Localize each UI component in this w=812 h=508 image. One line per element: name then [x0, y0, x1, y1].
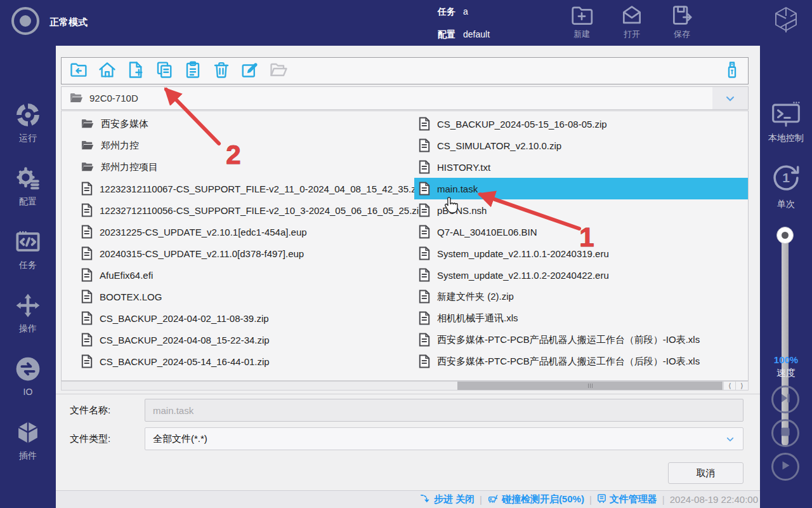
- gear-icon: [15, 183, 41, 194]
- mode-indicator-icon: [11, 7, 39, 35]
- scroll-right-button[interactable]: ⟩: [735, 382, 748, 390]
- folder-back-button[interactable]: [69, 62, 88, 81]
- scrollbar-thumb[interactable]: [457, 382, 723, 390]
- left-sidebar: 运行 配置 任务 操作 IO: [0, 46, 56, 508]
- stop-button[interactable]: [771, 419, 799, 447]
- sidebar-item-label: 配置: [0, 196, 56, 208]
- open-task-button[interactable]: 打开: [614, 3, 650, 43]
- file-list-item[interactable]: 相机机械手通讯.xls: [414, 307, 748, 329]
- file-list-item[interactable]: System_update_v2.11.0.2-20240422.eru: [414, 264, 748, 286]
- collision-status-label: 碰撞检测开启(50%): [502, 493, 584, 505]
- new-file-button[interactable]: [126, 62, 145, 81]
- speed-readout: 100% 速度: [760, 354, 812, 379]
- file-list-item[interactable]: main.task: [414, 178, 748, 199]
- file-list-item[interactable]: 20240315-CS_UPDATE_v2.11.0[d378-f497].eu…: [62, 243, 414, 264]
- sidebar-item-plugin[interactable]: 插件: [0, 419, 56, 462]
- step-icon: [420, 493, 431, 506]
- file-name: HISTORY.txt: [437, 162, 490, 173]
- file-list-item[interactable]: 新建文件夹 (2).zip: [414, 286, 748, 307]
- rename-button[interactable]: [240, 62, 259, 81]
- local-control-label: 本地控制: [760, 133, 812, 144]
- sidebar-item-task[interactable]: 任务: [0, 229, 56, 271]
- file-list-item[interactable]: HISTORY.txt: [414, 156, 748, 178]
- speed-slider-knob[interactable]: [776, 227, 794, 244]
- file-name: CS_BACKUP_2024-05-14_16-44-01.zip: [100, 356, 270, 367]
- folder-icon: [81, 161, 95, 173]
- open-folder-button[interactable]: [269, 62, 288, 81]
- home-button[interactable]: [98, 62, 117, 81]
- file-icon: [418, 160, 431, 174]
- file-name-input[interactable]: [145, 399, 743, 422]
- sidebar-item-io[interactable]: IO: [0, 356, 56, 397]
- speed-slider-track[interactable]: [782, 231, 789, 446]
- file-name: 郑州力控项目: [101, 161, 158, 173]
- file-list-item[interactable]: Q7-AL_30410EL06.BIN: [414, 221, 748, 243]
- folder-icon: [81, 117, 95, 130]
- file-list-item[interactable]: 12232312110067-CS_SUPPORT_FILE-v2_11_0-2…: [62, 178, 414, 199]
- file-type-select[interactable]: 全部文件(*.*): [145, 427, 743, 450]
- file-icon: [81, 354, 93, 368]
- single-cycle-icon: 1: [769, 185, 802, 196]
- file-list-item[interactable]: pBUNS.nsh: [414, 199, 748, 221]
- file-list-item[interactable]: CS_BACKUP_2024-05-14_16-44-01.zip: [62, 351, 414, 372]
- sidebar-item-run[interactable]: 运行: [0, 102, 56, 144]
- single-cycle-label: 单次: [760, 199, 812, 210]
- file-type-label: 文件类型:: [70, 433, 110, 445]
- single-cycle-button[interactable]: 1 单次: [760, 161, 812, 210]
- open-task-icon: [620, 3, 644, 27]
- play-button[interactable]: [771, 453, 799, 481]
- sidebar-item-operate[interactable]: 操作: [0, 292, 56, 335]
- copy-button[interactable]: [155, 62, 174, 81]
- file-list-item[interactable]: CS_SIMULATOR_v2.10.0.zip: [414, 135, 748, 156]
- horizontal-scrollbar[interactable]: ⟨ ⟩: [61, 381, 749, 391]
- sidebar-item-label: 任务: [0, 260, 56, 271]
- file-name: AfuEfix64.efi: [100, 270, 153, 281]
- file-name: CS_BACKUP_2024-05-15_16-08-05.zip: [437, 119, 607, 130]
- top-header: 正常模式 任务a 配置default 新建 打开: [0, 0, 812, 46]
- file-icon: [418, 333, 431, 347]
- file-name: pBUNS.nsh: [437, 205, 487, 216]
- speed-percent: 100%: [760, 354, 812, 366]
- current-path: 92C0-710D: [89, 87, 138, 109]
- file-list-item[interactable]: AfuEfix64.efi: [62, 264, 414, 286]
- paste-button[interactable]: [183, 62, 202, 81]
- file-list-item[interactable]: 西安多媒体: [62, 113, 414, 135]
- file-name: CS_BACKUP_2024-04-08_15-22-34.zip: [100, 335, 270, 345]
- cancel-button[interactable]: 取消: [668, 462, 743, 484]
- file-icon: [81, 311, 93, 325]
- sidebar-item-config[interactable]: 配置: [0, 165, 56, 208]
- file-list-item[interactable]: 郑州力控: [62, 135, 414, 156]
- separator: |: [662, 494, 665, 505]
- file-list-item[interactable]: CS_BACKUP_2024-04-08_15-22-34.zip: [62, 329, 414, 351]
- file-list-item[interactable]: CS_BACKUP_2024-05-15_16-08-05.zip: [414, 113, 748, 135]
- new-file-icon: [126, 60, 145, 82]
- file-icon: [418, 268, 431, 282]
- file-list-item[interactable]: 西安多媒体-PTC-PCB产品机器人搬运工作台（后段）-IO表.xls: [414, 351, 748, 372]
- file-list-item[interactable]: BOOTEX.LOG: [62, 286, 414, 307]
- path-combobox[interactable]: 92C0-710D: [61, 86, 749, 110]
- local-control-button[interactable]: 本地控制: [760, 100, 812, 144]
- file-list-item[interactable]: 12232712110056-CS_SUPPORT_FILE-v2_10_3-2…: [62, 199, 414, 221]
- config-label: 配置: [438, 29, 455, 39]
- file-list-item[interactable]: 20231225-CS_UPDATE_v2.10.1[edc1-454a].eu…: [62, 221, 414, 243]
- delete-button[interactable]: [212, 62, 231, 81]
- step-next-button[interactable]: [771, 385, 799, 413]
- file-icon: [81, 246, 93, 260]
- usb-device-button[interactable]: [723, 62, 742, 81]
- task-info: 任务a: [438, 6, 468, 18]
- file-list-item[interactable]: System_update_v2.11.0.1-20240319.eru: [414, 243, 748, 264]
- file-icon: [81, 182, 93, 196]
- new-task-button[interactable]: 新建: [564, 3, 599, 43]
- file-icon: [81, 225, 93, 239]
- scroll-left-button[interactable]: ⟨: [723, 382, 736, 390]
- task-label: 任务: [438, 6, 455, 17]
- path-dropdown-button[interactable]: [712, 87, 748, 109]
- file-list-item[interactable]: 西安多媒体-PTC-PCB产品机器人搬运工作台（前段）-IO表.xls: [414, 329, 748, 351]
- file-name: main.task: [437, 184, 478, 194]
- file-list-item[interactable]: 郑州力控项目: [62, 156, 414, 178]
- file-icon: [81, 268, 93, 282]
- file-list-item[interactable]: CS_BACKUP_2024-04-02_11-08-39.zip: [62, 307, 414, 329]
- file-toolbar: [61, 57, 749, 84]
- file-name: 20231225-CS_UPDATE_v2.10.1[edc1-454a].eu…: [100, 227, 307, 237]
- save-task-button[interactable]: 保存: [664, 3, 700, 43]
